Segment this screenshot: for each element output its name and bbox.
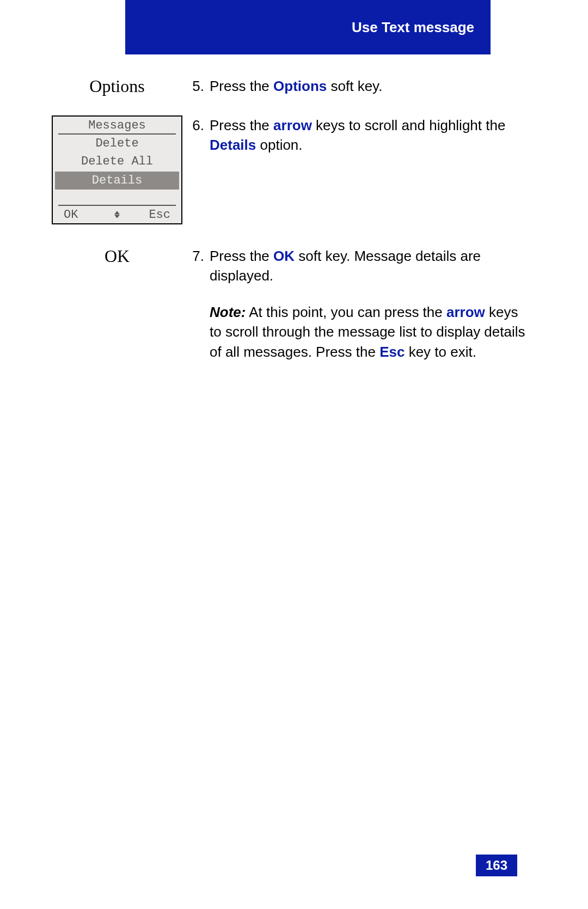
step-7-right: 7. Press the OK soft key. Message detail… [188, 246, 542, 362]
step-5-text-before: Press the [210, 78, 273, 94]
step-6-text: Press the arrow keys to scroll and highl… [210, 115, 525, 155]
updown-arrow-icon [114, 211, 120, 218]
step-5-text: Press the Options soft key. [210, 76, 525, 96]
phone-screen: Messages Delete Delete All Details OK Es… [52, 115, 182, 224]
ok-keyword: OK [273, 248, 295, 264]
note-t3: key to exit. [405, 344, 476, 360]
arrow-keyword: arrow [273, 117, 312, 133]
step-6-right: 6. Press the arrow keys to scroll and hi… [188, 115, 542, 155]
step-6-t2: keys to scroll and highlight the [312, 117, 506, 133]
note-arrow-keyword: arrow [446, 304, 485, 320]
header-title: Use Text message [352, 19, 474, 36]
phone-footer: OK Esc [58, 205, 176, 223]
phone-footer-ok: OK [64, 208, 78, 222]
step-7-text: Press the OK soft key. Message details a… [210, 246, 525, 286]
options-softkey-label: Options [89, 76, 144, 96]
step-5-right: 5. Press the Options soft key. [188, 76, 542, 96]
page-number: 163 [476, 855, 517, 876]
note-label: Note: [210, 304, 246, 320]
step-5-number: 5. [188, 76, 210, 96]
step-6-t1: Press the [210, 117, 273, 133]
options-keyword: Options [273, 78, 327, 94]
note-spacer [188, 302, 210, 362]
note-text: Note: At this point, you can press the a… [210, 302, 525, 362]
step-7-t1: Press the [210, 248, 273, 264]
step-5-text-after: soft key. [327, 78, 382, 94]
step-7-left: OK [46, 246, 188, 266]
note-esc-keyword: Esc [379, 344, 405, 360]
step-6-left: Messages Delete Delete All Details OK Es… [46, 115, 188, 224]
details-keyword: Details [210, 137, 256, 153]
ok-softkey-label: OK [105, 246, 130, 266]
phone-item-details: Details [55, 172, 179, 190]
phone-screen-title: Messages [58, 119, 176, 135]
step-7-row: OK 7. Press the OK soft key. Message det… [0, 246, 588, 362]
header-banner: Use Text message [125, 0, 491, 54]
phone-footer-esc: Esc [149, 208, 170, 222]
page-content: Options 5. Press the Options soft key. M… [0, 76, 588, 381]
step-6-row: Messages Delete Delete All Details OK Es… [0, 115, 588, 224]
note-t1: At this point, you can press the [246, 304, 446, 320]
step-5-left: Options [46, 76, 188, 96]
phone-item-delete-all: Delete All [53, 152, 181, 170]
step-6-number: 6. [188, 115, 210, 135]
step-5-row: Options 5. Press the Options soft key. [0, 76, 588, 96]
step-7-number: 7. [188, 246, 210, 286]
phone-menu-items: Delete Delete All Details [53, 135, 181, 205]
phone-item-delete: Delete [53, 135, 181, 152]
step-6-t3: option. [256, 137, 302, 153]
